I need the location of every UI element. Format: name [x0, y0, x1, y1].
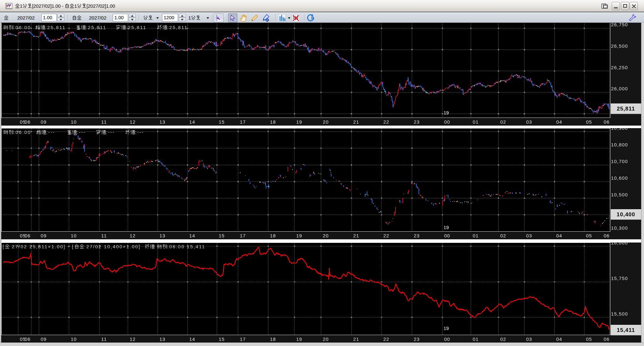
svg-text:R: R	[311, 16, 314, 21]
